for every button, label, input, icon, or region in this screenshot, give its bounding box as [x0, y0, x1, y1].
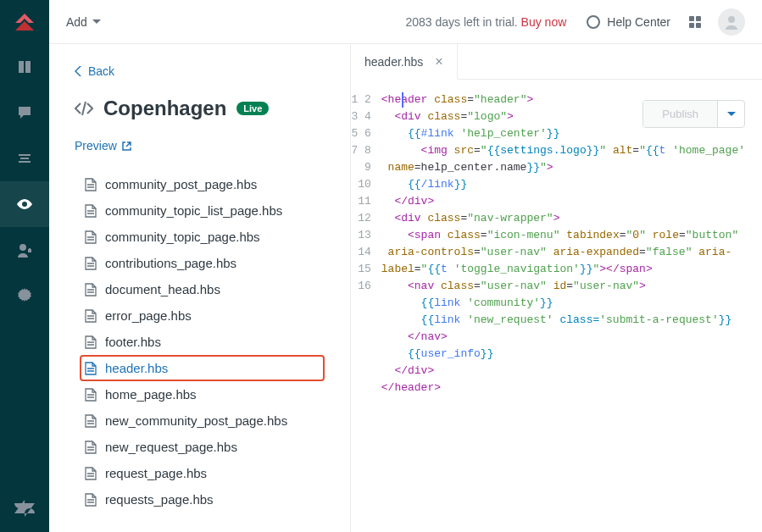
- file-name: requests_page.hbs: [105, 492, 214, 507]
- file-icon: [85, 441, 97, 454]
- file-item[interactable]: header.hbs: [80, 355, 325, 381]
- file-item[interactable]: request_page.hbs: [80, 460, 325, 486]
- help-center-link[interactable]: Help Center: [587, 15, 670, 29]
- file-item[interactable]: new_community_post_page.hbs: [80, 407, 325, 434]
- lifebuoy-icon: [587, 15, 600, 29]
- panel-title-row: Copenhagen Live: [75, 97, 325, 120]
- file-icon: [85, 414, 97, 428]
- file-icon: [85, 204, 97, 218]
- buy-now-link[interactable]: Buy now: [521, 15, 567, 29]
- file-item[interactable]: community_post_page.hbs: [80, 171, 325, 197]
- chevron-down-icon: [92, 19, 101, 25]
- product-rail: [0, 0, 49, 532]
- file-name: new_community_post_page.hbs: [105, 413, 287, 428]
- product-logo[interactable]: [0, 0, 49, 44]
- tab-header-hbs[interactable]: header.hbs ×: [351, 44, 458, 80]
- file-item[interactable]: contributions_page.hbs: [80, 250, 325, 276]
- preview-link[interactable]: Preview: [75, 139, 325, 152]
- file-icon: [85, 257, 97, 270]
- file-icon: [85, 493, 97, 507]
- file-name: header.hbs: [105, 361, 168, 375]
- file-icon: [85, 178, 97, 191]
- publish-button[interactable]: Publish: [643, 101, 717, 127]
- user-avatar[interactable]: [718, 8, 745, 36]
- theme-panel: Back Copenhagen Live Preview community_p…: [49, 44, 351, 532]
- file-item[interactable]: community_topic_list_page.hbs: [80, 197, 325, 224]
- file-item[interactable]: home_page.hbs: [80, 381, 325, 407]
- file-icon: [85, 230, 97, 244]
- file-name: community_topic_list_page.hbs: [105, 203, 282, 218]
- file-icon: [85, 283, 97, 296]
- rail-item-permissions[interactable]: [0, 227, 49, 273]
- code-icon: [75, 101, 93, 116]
- file-name: new_request_page.hbs: [105, 440, 237, 454]
- line-gutter: 1 2 3 4 5 6 7 8 9 10 11 12 13 14 15 16: [351, 91, 381, 413]
- code-editor[interactable]: 1 2 3 4 5 6 7 8 9 10 11 12 13 14 15 16 <…: [351, 80, 762, 532]
- file-name: document_head.hbs: [105, 282, 220, 296]
- file-icon: [85, 388, 97, 402]
- file-name: error_page.hbs: [105, 308, 192, 323]
- live-badge: Live: [236, 102, 269, 115]
- top-bar: Add 2083 days left in trial. Buy now Hel…: [49, 0, 762, 44]
- editor-area: header.hbs × 1 2 3 4 5 6 7 8 9 10 11 12 …: [351, 44, 762, 532]
- file-item[interactable]: community_topic_page.hbs: [80, 224, 325, 250]
- file-item[interactable]: document_head.hbs: [80, 276, 325, 302]
- chevron-down-icon: [727, 112, 736, 117]
- file-list: community_post_page.hbscommunity_topic_l…: [80, 171, 325, 513]
- file-icon: [85, 467, 97, 480]
- theme-name: Copenhagen: [103, 97, 226, 120]
- publish-split-button: Publish: [642, 100, 745, 128]
- file-icon: [85, 309, 97, 323]
- rail-item-chat[interactable]: [0, 90, 49, 136]
- rail-item-customize[interactable]: [0, 181, 49, 227]
- person-icon: [724, 14, 739, 30]
- code-source[interactable]: <header class="header"> <div class="logo…: [381, 91, 762, 413]
- file-icon: [85, 335, 97, 349]
- rail-item-settings[interactable]: [0, 273, 49, 319]
- zendesk-logo-icon[interactable]: [14, 500, 35, 532]
- file-name: request_page.hbs: [105, 466, 207, 480]
- file-name: contributions_page.hbs: [105, 256, 236, 270]
- publish-dropdown[interactable]: [717, 101, 744, 127]
- file-item[interactable]: error_page.hbs: [80, 302, 325, 329]
- file-item[interactable]: new_request_page.hbs: [80, 434, 325, 460]
- products-menu-icon[interactable]: [689, 16, 701, 28]
- rail-item-arrange[interactable]: [0, 136, 49, 181]
- file-name: home_page.hbs: [105, 387, 197, 402]
- back-link[interactable]: Back: [75, 64, 325, 78]
- file-name: community_topic_page.hbs: [105, 230, 260, 244]
- file-item[interactable]: footer.hbs: [80, 329, 325, 355]
- file-icon: [85, 362, 97, 375]
- file-item[interactable]: requests_page.hbs: [80, 486, 325, 513]
- trial-status: 2083 days left in trial. Buy now: [405, 15, 566, 29]
- add-button[interactable]: Add: [66, 15, 101, 29]
- text-cursor: [402, 92, 403, 108]
- close-tab-icon[interactable]: ×: [435, 54, 442, 69]
- external-link-icon: [122, 141, 131, 151]
- file-name: community_post_page.hbs: [105, 177, 257, 191]
- chevron-left-icon: [75, 66, 81, 76]
- editor-tabs: header.hbs ×: [351, 44, 762, 80]
- file-name: footer.hbs: [105, 335, 161, 349]
- rail-item-guide[interactable]: [0, 44, 49, 90]
